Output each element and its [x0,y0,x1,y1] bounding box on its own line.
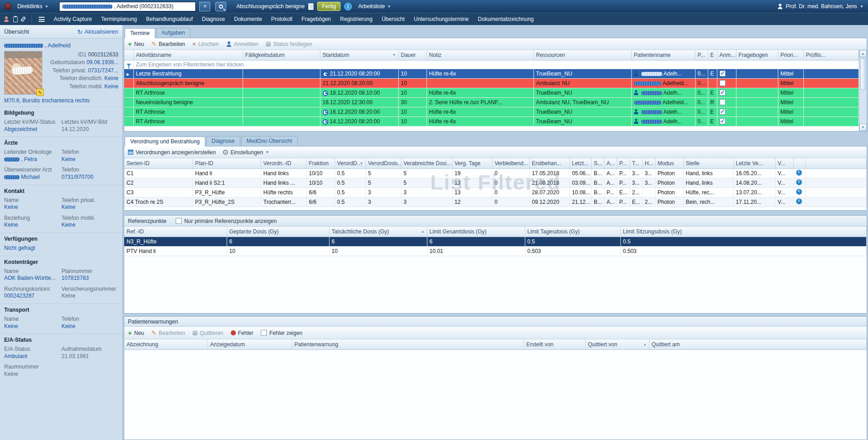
loeschen-button[interactable]: ×Löschen [193,41,219,47]
col-verordd[interactable]: ▼VerordD... [335,158,365,168]
table-row[interactable]: C1 Hand li Hand links 10/10 0.5 5 5 19 0… [124,168,867,178]
patient-photo[interactable]: ✎ [4,51,42,95]
table-row[interactable]: RT Arthrose 18.12.2020 08:10:00 10 Hüfte… [124,88,859,97]
anmeldung-checkbox[interactable] [720,99,726,105]
anmeldung-checkbox[interactable] [720,109,726,115]
scroll-up-icon[interactable]: ▲ [859,50,867,57]
patient-search-input[interactable]: , Adelheid (0002312633) [59,2,196,11]
menu-item-dokumente[interactable]: Dokumente [229,14,266,25]
anmeldung-checkbox[interactable] [720,118,726,124]
col-ressourcen[interactable]: Ressourcen [533,50,631,60]
einstellungen-dropdown[interactable]: Einstellungen▼ [223,149,269,156]
table-row[interactable]: Abschlussgespräch benigne 21.12.2020 08:… [124,78,859,88]
user-menu[interactable]: Prof. Dr. med. Bahnsen, Jens ▼ [777,3,863,10]
fertig-button[interactable]: Fertig [317,2,340,11]
info-icon[interactable] [796,179,802,185]
patient-phone-work-line[interactable]: Telefon dienstlich. Keine [46,75,118,82]
verordnungen-anzeigen-button[interactable]: Verordnungen anzeigen/erstellen [128,149,216,156]
bearbeiten-button[interactable]: ✎Bearbeiten [152,41,185,47]
col-abzeichnung[interactable]: Abzeichnung [124,339,208,349]
table-row[interactable]: C2 Hand li S2:1 Hand links ... 10/10 0.5… [124,178,867,187]
fehler-zeigen-checkbox[interactable]: Fehler zeigen [261,330,303,336]
col-limit-tagesdosis[interactable]: Limit Tagesdosis (Gy) [525,227,620,237]
document-icon[interactable] [308,3,314,10]
col-ref-id[interactable]: Ref.-ID [124,227,227,237]
col-prioritaet[interactable]: Priori... [778,50,803,60]
col-patientenwarnung[interactable]: Patientenwarnung [292,339,524,349]
table-row[interactable]: Neueinstellung benigne 16.12.2020 12:30:… [124,97,859,107]
menu-item-diagnose[interactable]: Diagnose [198,14,230,25]
col-serien-id[interactable]: Serien-ID [124,158,193,168]
col-startdatum[interactable]: ▼Startdatum [320,50,398,60]
col-s[interactable]: S... [591,158,604,168]
col-tatsaechliche-dosis[interactable]: ▲Tatsächliche Dosis (Gy) [329,227,427,237]
anmelden-button[interactable]: Anmelden [226,41,259,47]
clear-search-button[interactable]: × [199,2,210,11]
quittieren-button[interactable]: Quittieren [193,330,223,336]
menu-item-activity-capture[interactable]: Activity Capture [49,14,96,25]
col-verordn-id[interactable]: Verordn.-ID [261,158,306,168]
patient-birthdate-line[interactable]: Geburtsdatum 09.06.1939... [46,59,118,66]
refresh-button[interactable]: ↻ Aktualisieren [77,28,118,35]
col-verg-tage[interactable]: Verg. Tage [452,158,492,168]
col-anm[interactable]: Anm... [717,50,736,60]
table-row[interactable]: C4 Troch re 2S P3_R_Hüfte_2S Trochanterr… [124,197,867,207]
patient-phone-mobile-line[interactable]: Telefon mobil. Keine [46,83,118,91]
neu-button[interactable]: +Neu [128,330,144,336]
paperclip-icon[interactable] [20,16,26,22]
tab-medonc-uebersicht[interactable]: MedOnc-Übersicht [241,136,298,146]
table-row[interactable]: RT Arthrose 14.12.2020 08:20:00 10 Hüfte… [124,116,859,126]
col-h[interactable]: H... [642,158,655,168]
col-t[interactable]: T... [629,158,642,168]
col-anzeigedatum[interactable]: Anzeigedatum [208,339,292,349]
col-dauer[interactable]: Dauer [398,50,426,60]
anmeldung-checkbox[interactable] [720,90,726,96]
menu-item-frageboegen[interactable]: Fragebögen [297,14,335,25]
col-letzt[interactable]: Letzt... [569,158,591,168]
col-verabreichte-dosis[interactable]: Verabreichte Dosi... [401,158,452,168]
hamburger-menu-icon[interactable] [39,17,45,22]
col-pruefliste[interactable]: Prüflis... [803,50,859,60]
checkbox[interactable] [261,330,267,336]
menu-item-untersuchungstermine[interactable]: Untersuchungstermine [409,14,473,25]
info-icon[interactable] [796,198,802,204]
menu-item-behandlungsablauf[interactable]: Behandlungsablauf [142,14,198,25]
direktlinks-dropdown[interactable]: Direktlinks ▼ [15,2,51,10]
col-geplante-dosis[interactable]: Geplante Dosis (Gy) [227,227,329,237]
col-verbleibend[interactable]: Verbleibend... [492,158,529,168]
table-row[interactable]: C3 P3_R_Hüfte Hüfte rechts 6/6 0.5 3 3 1… [124,187,867,197]
col-v[interactable]: V... [775,158,793,168]
diagnosis-link[interactable]: M70.6, Bursitis trochanterica rechts [4,97,118,104]
scroll-down-icon[interactable]: ▼ [859,124,867,131]
fehler-button[interactable]: Fehler [231,330,254,336]
status-festlegen-button[interactable]: Status festlegen [266,41,312,47]
col-quittiert-von[interactable]: ▲Quittiert von [585,339,649,349]
tab-diagnose[interactable]: Diagnose [206,136,240,146]
info-icon[interactable] [796,170,802,176]
col-fragebogen[interactable]: Fragebogen [736,50,778,60]
menu-item-protokoll[interactable]: Protokoll [267,14,297,25]
patient-name-link[interactable]: , Adelheid [4,42,118,49]
col-notiz[interactable]: Notiz [426,50,533,60]
col-p2[interactable]: P... [617,158,629,168]
edit-photo-icon[interactable]: ✎ [36,89,44,96]
col-e[interactable]: E [708,50,717,60]
table-row[interactable]: PTV Hand li 10 10 10.01 0.503 0.503 [124,246,867,256]
col-faelligkeitsdatum[interactable]: Fälligkeitsdatum [243,50,320,60]
patient-phone-private-line[interactable]: Telefon privat. 0731/7247... [46,67,118,75]
filter-row[interactable]: Zum Eingeben von Filterkriterien hier kl… [124,60,859,69]
menu-item-registrierung[interactable]: Registrierung [335,14,377,25]
col-limit-sitzungsdosis[interactable]: Limit Sitzungsdosis (Gy) [620,227,867,237]
col-erstbehandlung[interactable]: Erstbehan... [529,158,569,168]
primaere-referenzpunkte-checkbox[interactable]: Nur primäre Referenzpunkte anzeigen [176,218,277,224]
tab-termine[interactable]: Termine [125,28,155,38]
anmeldung-checkbox[interactable] [720,71,726,76]
col-limit-gesamtdosis[interactable]: Limit Gesamtdosis (Gy) [427,227,525,237]
scrollbar-thumb[interactable] [860,58,866,90]
menu-item-dokumentabzeichnung[interactable]: Dokumentabzeichnung [473,14,538,25]
col-fraktion[interactable]: Fraktion [306,158,335,168]
col-aktivitaetsname[interactable]: Aktivitätsname [133,50,243,60]
checkbox[interactable] [176,218,182,224]
col-a[interactable]: A... [604,158,617,168]
info-icon[interactable] [796,189,802,195]
